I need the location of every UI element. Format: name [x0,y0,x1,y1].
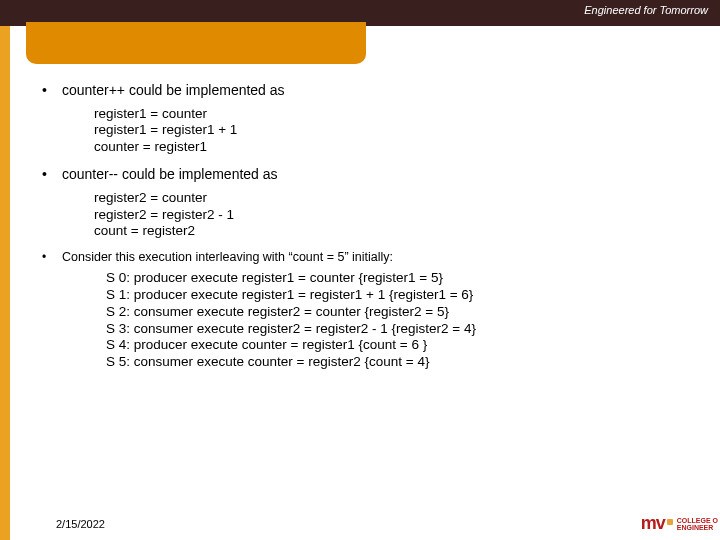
bullet-2-text: counter-- could be implemented as [62,166,278,184]
logo-text: mv [641,513,665,534]
code-line: register2 = register2 - 1 [94,207,708,224]
bullet-3-text: Consider this execution interleaving wit… [62,250,393,266]
left-accent-strip [0,26,10,540]
step-s1: S 1: producer execute register1 = regist… [106,287,708,304]
header-orange-banner [26,22,366,64]
code-line: register1 = counter [94,106,708,123]
bullet-icon: • [40,82,62,100]
code-block-1: register1 = counter register1 = register… [94,106,708,157]
footer-date: 2/15/2022 [56,518,105,530]
header-tagline: Engineered for Tomorrow [584,4,708,16]
logo-subtitle: COLLEGE O ENGINEER [677,517,718,531]
bullet-1: • counter++ could be implemented as [40,82,708,100]
code-block-2: register2 = counter register2 = register… [94,190,708,241]
bullet-3: • Consider this execution interleaving w… [40,250,708,266]
bullet-icon: • [40,166,62,184]
logo-dot-icon [667,519,673,525]
step-s4: S 4: producer execute counter = register… [106,337,708,354]
code-line: register1 = register1 + 1 [94,122,708,139]
code-line: counter = register1 [94,139,708,156]
code-line: register2 = counter [94,190,708,207]
bullet-icon: • [40,250,62,266]
code-line: count = register2 [94,223,708,240]
footer-logo: mv COLLEGE O ENGINEER [641,513,718,534]
bullet-1-text: counter++ could be implemented as [62,82,285,100]
step-s2: S 2: consumer execute register2 = counte… [106,304,708,321]
interleaving-steps: S 0: producer execute register1 = counte… [106,270,708,371]
step-s5: S 5: consumer execute counter = register… [106,354,708,371]
step-s3: S 3: consumer execute register2 = regist… [106,321,708,338]
slide-content: • counter++ could be implemented as regi… [40,82,708,510]
step-s0: S 0: producer execute register1 = counte… [106,270,708,287]
bullet-2: • counter-- could be implemented as [40,166,708,184]
